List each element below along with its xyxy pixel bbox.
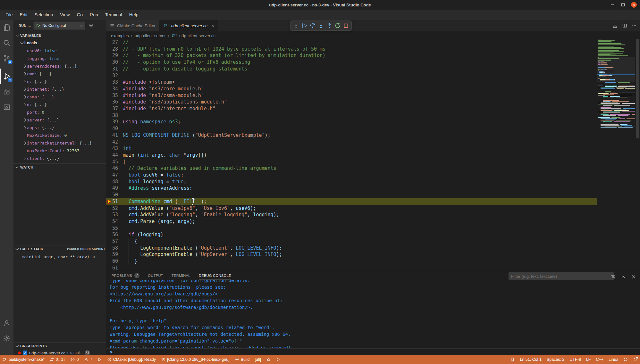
menu-go[interactable]: Go xyxy=(73,10,86,20)
variable-row[interactable]: maxPacketCount:32767 xyxy=(13,147,106,154)
activity-search-icon[interactable] xyxy=(0,35,13,51)
line-number[interactable]: 36 xyxy=(106,99,118,105)
line-number[interactable]: 43 xyxy=(106,145,118,152)
status-cmake-debug[interactable] xyxy=(264,355,273,364)
variable-row[interactable]: cmd:{...} xyxy=(13,70,106,78)
status-git-sync[interactable]: 0↓ 1↑ xyxy=(47,355,68,364)
code-line-27[interactable]: 27// xyxy=(106,40,597,46)
chevron-up-icon[interactable] xyxy=(620,274,627,280)
variables-section-header[interactable]: VARIABLES xyxy=(13,32,108,39)
line-number[interactable]: 29 xyxy=(106,52,118,59)
variable-row[interactable]: interPacketInterval:{...} xyxy=(13,139,106,147)
code-editor[interactable]: 27//28// - UDP flow from n0 to n1 of 102… xyxy=(106,40,597,271)
line-number[interactable]: 41 xyxy=(106,132,118,139)
code-line-28[interactable]: 28// - UDP flow from n0 to n1 of 1024 by… xyxy=(106,46,597,53)
line-number[interactable]: 56 xyxy=(106,231,118,238)
continue-button[interactable] xyxy=(300,21,308,30)
menu-view[interactable]: View xyxy=(56,10,73,20)
activity-cmake-icon[interactable] xyxy=(0,99,13,115)
breadcrumb-item[interactable]: udp-client-server xyxy=(135,33,166,38)
debug-console-input[interactable]: > xyxy=(106,348,640,355)
menu-help[interactable]: Help xyxy=(126,10,142,20)
variable-row[interactable]: d:{...} xyxy=(13,101,106,108)
line-number[interactable]: 49 xyxy=(106,185,118,192)
status-language-mode[interactable]: C++ xyxy=(593,355,606,364)
clear-filter-icon[interactable] xyxy=(610,274,616,280)
code-line-42[interactable]: 42 xyxy=(106,139,597,145)
code-line-29[interactable]: 29// - maximum of 320 packets sent (or l… xyxy=(106,52,597,59)
minimap[interactable] xyxy=(597,39,635,257)
line-number[interactable]: 60 xyxy=(106,258,118,265)
line-number[interactable]: 39 xyxy=(106,119,118,125)
step-out-button[interactable] xyxy=(325,21,333,30)
code-line-39[interactable]: 39using namespace ns3; xyxy=(106,119,597,125)
code-line-60[interactable]: 60 } xyxy=(106,258,597,265)
status-cmake-launch[interactable] xyxy=(273,355,283,364)
code-line-48[interactable]: 48 bool logging = true; xyxy=(106,178,597,185)
step-over-button[interactable] xyxy=(308,21,317,30)
code-line-59[interactable]: 59 LogComponentEnable ("UdpServer", LOG_… xyxy=(106,251,597,258)
status-feedback[interactable] xyxy=(621,355,630,364)
step-into-button[interactable] xyxy=(317,21,325,30)
line-number[interactable]: 48 xyxy=(106,178,118,185)
line-number[interactable]: 30 xyxy=(106,59,118,66)
maximize-button-icon[interactable] xyxy=(620,2,626,8)
activity-extensions-icon[interactable] xyxy=(0,84,13,99)
menu-terminal[interactable]: Terminal xyxy=(102,10,126,20)
line-number[interactable]: 34 xyxy=(106,86,118,92)
code-line-38[interactable]: 38 xyxy=(106,112,597,119)
code-line-40[interactable]: 40 xyxy=(106,125,597,132)
panel-tab-debug-console[interactable]: DEBUG CONSOLE xyxy=(199,271,231,280)
line-number[interactable]: 45 xyxy=(106,159,118,165)
line-number[interactable]: 58 xyxy=(106,245,118,252)
status-indentation[interactable]: Spaces: 2 xyxy=(544,355,567,364)
variable-row[interactable]: client:{...} xyxy=(13,154,106,162)
status-problems-errors[interactable]: 0 xyxy=(68,355,81,364)
launch-config-dropdown[interactable]: No Configural xyxy=(33,21,85,30)
line-number[interactable]: 44 xyxy=(106,152,118,159)
status-remote-indicator[interactable] xyxy=(508,355,517,364)
code-line-56[interactable]: 56 if (logging) xyxy=(106,231,597,238)
breakpoint-checkbox[interactable] xyxy=(23,351,27,355)
line-number[interactable]: 38 xyxy=(106,112,118,119)
tab-cmake-cache-editor[interactable]: CMake Cache Editor xyxy=(106,20,160,31)
code-line-31[interactable]: 31// - option to disable logging stateme… xyxy=(106,66,597,72)
call-stack-section-header[interactable]: CALL STACK PAUSED ON BREAKPOINT xyxy=(13,245,108,252)
code-line-35[interactable]: 35#include "ns3/csma-module.h" xyxy=(106,92,597,99)
status-cmake-build-target[interactable]: [all] xyxy=(252,355,263,364)
variable-row[interactable]: port:0 xyxy=(13,108,106,116)
code-line-41[interactable]: 41NS_LOG_COMPONENT_DEFINE ("UdpClientSer… xyxy=(106,132,597,139)
code-line-54[interactable]: 54 cmd.Parse (argc, argv); xyxy=(106,218,597,225)
close-tab-icon[interactable]: × xyxy=(212,23,214,28)
variable-row[interactable]: apps:{...} xyxy=(13,124,106,131)
more-actions-icon[interactable]: ⋯ xyxy=(97,22,103,29)
variable-row[interactable]: serverAddress:{...} xyxy=(13,62,106,70)
tab-udp-client-server-cc[interactable]: C++udp-client-server.cc× xyxy=(160,20,218,31)
status-encoding[interactable]: UTF-8 xyxy=(567,355,583,364)
line-number[interactable]: 50 xyxy=(106,192,118,198)
code-line-61[interactable]: 61 xyxy=(106,265,597,271)
line-number[interactable]: 32 xyxy=(106,72,118,79)
code-line-51[interactable]: 51 CommandLine cmd (__FILE__); xyxy=(106,198,597,205)
editor-scrollbar[interactable] xyxy=(636,39,640,257)
activity-source-control-icon[interactable]: 6 xyxy=(0,51,13,66)
code-line-49[interactable]: 49 Address serverAddress; xyxy=(106,185,597,192)
code-line-34[interactable]: 34#include "ns3/core-module.h" xyxy=(106,86,597,92)
status-cursor-position[interactable]: Ln 51, Col 1 xyxy=(517,355,544,364)
code-line-53[interactable]: 53 cmd.AddValue ("logging", "Enable logg… xyxy=(106,211,597,218)
line-number[interactable]: 35 xyxy=(106,92,118,99)
code-line-45[interactable]: 45{ xyxy=(106,159,597,165)
line-number[interactable]: 28 xyxy=(106,46,118,53)
breadcrumb-item[interactable]: udp-client-server.cc xyxy=(179,33,215,38)
panel-tab-problems[interactable]: PROBLEMS7 xyxy=(112,271,139,280)
line-number[interactable]: 47 xyxy=(106,172,118,178)
more-actions-icon[interactable] xyxy=(631,22,637,29)
line-number[interactable]: 54 xyxy=(106,218,118,225)
code-line-58[interactable]: 58 LogComponentEnable ("UdpClient", LOG_… xyxy=(106,245,597,252)
stop-button[interactable] xyxy=(342,21,350,30)
line-number[interactable]: 42 xyxy=(106,139,118,145)
activity-accounts-icon[interactable] xyxy=(0,315,13,331)
variable-row[interactable]: csma:{...} xyxy=(13,93,106,101)
open-debug-console-icon[interactable] xyxy=(612,22,618,29)
code-line-30[interactable]: 30// - option to use IPv4 or IPv6 addres… xyxy=(106,59,597,66)
